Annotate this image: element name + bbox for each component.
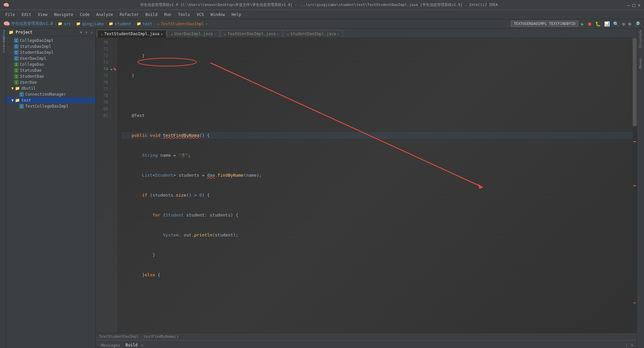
run-gutter-icon[interactable]: ▶ — [111, 67, 113, 71]
menu-file[interactable]: File — [3, 12, 18, 18]
line-num-80: 80 — [96, 106, 108, 112]
tab-textstudentdaoimpl[interactable]: ☕ TextStudentDaoImpl.java ✕ — [97, 30, 166, 38]
title-bar: 🧠 学生信息管理系统v1.0 [C:\Users\lenovo\Desktop\… — [0, 0, 644, 10]
tab-build[interactable]: Build — [124, 342, 140, 348]
code-line-72 — [121, 92, 633, 99]
tab-java-icon-3: ☕ — [224, 32, 226, 36]
project-close-icon[interactable]: ✕ — [91, 31, 93, 34]
breadcrumb-qingjiabo[interactable]: qingjiabo — [82, 22, 104, 26]
menu-run[interactable]: Run — [161, 12, 174, 18]
breadcrumb-student[interactable]: student — [115, 22, 132, 26]
debug-button[interactable]: 🐛 — [594, 21, 601, 27]
error-marker-3 — [633, 303, 636, 303]
tab-close-textstudentdaoimpl[interactable]: ✕ — [161, 32, 163, 36]
breadcrumb-class[interactable]: TextStudentDaoImpl — [161, 22, 204, 26]
tab-close-userdaoimpl[interactable]: ✕ — [214, 32, 216, 36]
tree-item-collegedao[interactable]: I CollegeDao — [6, 61, 95, 67]
menu-edit[interactable]: Edit — [19, 12, 34, 18]
menu-navigate[interactable]: Navigate — [52, 12, 76, 18]
tab-close-studentdaoimpl[interactable]: ✕ — [337, 32, 339, 36]
tab-userdaoimpl[interactable]: ☕ UserDaoImpl.java ✕ — [167, 30, 220, 38]
svg-point-0 — [138, 58, 196, 66]
tab-textuserdaoimpl[interactable]: ☕ TextUserDaoImpl.java ✕ — [220, 30, 282, 38]
sidebar-favorites-icon[interactable]: ★ — [0, 43, 6, 48]
tree-item-textcollegedaoimpl[interactable]: C TextCollegeDaoImpl — [6, 103, 95, 109]
tree-item-dbutil[interactable]: ▼ 📁 dbutil — [6, 85, 95, 91]
search-button[interactable]: 🔎 — [634, 21, 641, 27]
line-num-70: 70 — [96, 39, 108, 46]
line-num-72: 72 — [96, 52, 108, 59]
menu-build[interactable]: Build — [143, 12, 160, 18]
project-tree: C CollegeDaoImpl C StatusDaoImpl C Stude… — [6, 36, 95, 348]
editor-wrapper: ☕ TextStudentDaoImpl.java ✕ ☕ UserDaoImp… — [96, 29, 637, 348]
error-marker-1 — [633, 141, 636, 142]
code-line-75: String name = "李" ; — [121, 152, 633, 159]
tree-item-studentdao[interactable]: I StudentDao — [6, 73, 95, 79]
messages-action-buttons: ⋮ ✕ — [624, 343, 633, 348]
left-sidebar: Project Structure ★ — [0, 29, 6, 348]
tree-item-statusdao[interactable]: I StatusDao — [6, 67, 95, 73]
maximize-button[interactable]: □ — [632, 2, 635, 8]
right-sidebar-structure[interactable]: Structure — [639, 30, 642, 48]
menu-refactor[interactable]: Refactor — [117, 12, 142, 18]
tree-item-collegedaoimpl[interactable]: C CollegeDaoImpl — [6, 38, 95, 44]
tree-item-connectionmanager[interactable]: C ConnectionManager — [6, 91, 95, 97]
line-num-79: 79 — [96, 99, 108, 106]
settings-button[interactable]: ⚙ — [621, 21, 625, 27]
messages-header: Messages Build ✕ ⋮ ✕ — [96, 340, 637, 348]
layout-button[interactable]: ⊞ — [628, 21, 632, 27]
breadcrumb-project[interactable]: 学生信息管理系统v1.0 — [11, 21, 53, 27]
project-panel: 📁 Project ▼ ⚙ ✕ C CollegeDaoImpl C Statu… — [6, 29, 96, 348]
line-num-71: 71 — [96, 46, 108, 52]
tree-item-userdao[interactable]: I UserDao — [6, 79, 95, 85]
menu-vcs[interactable]: VCS — [194, 12, 207, 18]
scrollbar-thumb[interactable] — [633, 38, 637, 126]
menu-code[interactable]: Code — [77, 12, 92, 18]
menu-tools[interactable]: Tools — [175, 12, 193, 18]
sidebar-project-icon[interactable]: Project — [0, 30, 6, 35]
line-num-76: 76 — [96, 79, 108, 86]
editor-scrollbar[interactable] — [633, 38, 637, 333]
code-editor[interactable]: 70 71 72 73 74 75 76 77 78 79 80 81 — [96, 38, 637, 333]
search-everywhere-button[interactable]: 🔍 — [612, 21, 619, 27]
menu-view[interactable]: View — [35, 12, 50, 18]
tab-studentdaoimpl[interactable]: ☕ StudentDaoImpl.java ✕ — [283, 30, 343, 38]
messages-more-icon[interactable]: ⋮ — [624, 343, 629, 348]
menu-help[interactable]: Help — [229, 12, 244, 18]
close-button[interactable]: ✕ — [638, 2, 641, 8]
breadcrumb-text[interactable]: text — [143, 22, 152, 26]
build-tab-close[interactable]: ✕ — [141, 343, 143, 348]
line-num-77: 77 — [96, 86, 108, 92]
messages-close-icon[interactable]: ✕ — [631, 343, 633, 348]
tree-item-studentdaoimpl[interactable]: C StudentDaoImpl — [6, 49, 95, 55]
svg-line-1 — [210, 63, 483, 187]
code-content[interactable]: } } @Test public void testFindByNama () … — [117, 38, 633, 333]
coverage-button[interactable]: 📊 — [603, 21, 610, 27]
tree-item-text[interactable]: ▼ 📁 text — [6, 97, 95, 103]
right-sidebar-maven[interactable]: Maven — [639, 58, 642, 68]
code-line-71: } — [121, 72, 633, 79]
app-logo-icon: 🧠 — [3, 21, 10, 27]
breadcrumb-method-bottom[interactable]: testFindByNama() — [144, 334, 179, 339]
stop-button[interactable]: ⏹ — [587, 21, 592, 27]
line-num-81: 81 — [96, 112, 108, 119]
tab-messages[interactable]: Messages — [99, 342, 122, 348]
breadcrumb-src[interactable]: src — [64, 22, 71, 26]
bookmark-icon: 🔖 — [113, 67, 117, 71]
tree-item-statusdaoimpl[interactable]: C StatusDaoImpl — [6, 44, 95, 49]
line-numbers: 70 71 72 73 74 75 76 77 78 79 80 81 — [96, 38, 111, 333]
breadcrumb-class-bottom[interactable]: TextStudentDaoImpl — [99, 334, 139, 339]
run-toolbar: TEXTUSERDAOIMPL TEXTFINDBYID ▶ ⏹ 🐛 📊 🔍 ⚙… — [511, 21, 641, 27]
menu-window[interactable]: Window — [208, 12, 227, 18]
run-button[interactable]: ▶ — [581, 21, 585, 27]
sidebar-structure-icon[interactable]: Structure — [0, 37, 6, 42]
window-controls: — □ ✕ — [627, 2, 641, 8]
project-settings-icon[interactable]: ⚙ — [85, 31, 87, 34]
minimize-button[interactable]: — — [627, 2, 630, 8]
menu-analyze[interactable]: Analyze — [93, 12, 116, 18]
tab-close-textuserdaoimpl[interactable]: ✕ — [277, 32, 279, 36]
window-title: 学生信息管理系统v1.0 [C:\Users\lenovo\Desktop\作业… — [11, 2, 627, 7]
tree-item-userdaoimpl[interactable]: C UserDaoImpl — [6, 55, 95, 61]
menu-bar: File Edit View Navigate Code Analyze Ref… — [0, 10, 644, 19]
run-config-selector[interactable]: TEXTUSERDAOIMPL TEXTFINDBYID — [511, 21, 578, 27]
